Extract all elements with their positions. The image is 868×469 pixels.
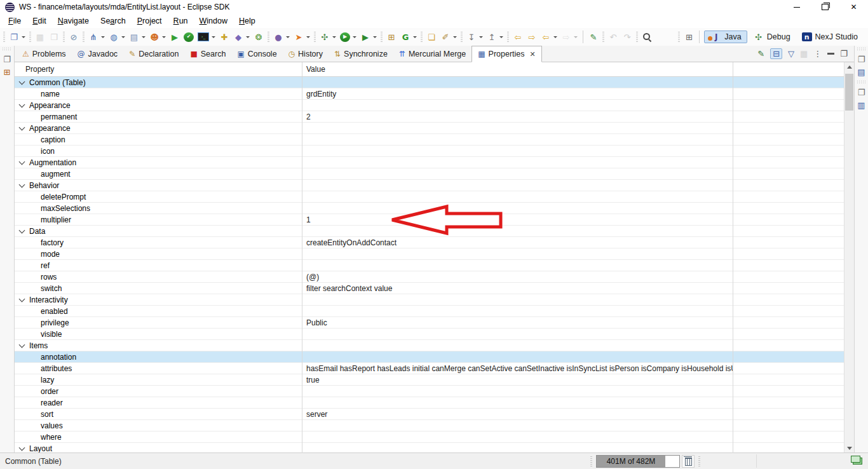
open-perspective-button[interactable]: ⊞ [682,29,696,44]
value-cell[interactable] [302,443,733,453]
property-row[interactable]: mode [15,248,844,260]
menu-window[interactable]: Window [194,15,233,27]
database-tools-button[interactable]: ▤ [127,29,147,44]
next-annotation-button[interactable]: ↧ [465,29,485,44]
search-button[interactable] [640,29,654,44]
pin-needle-button[interactable]: ⊘ [67,29,81,44]
menu-navigate[interactable]: Navigate [52,15,95,27]
value-cell[interactable] [302,123,733,133]
tab-properties[interactable]: ▦Properties✕ [471,46,542,62]
profiler-button[interactable]: ➤ [292,29,312,44]
pin-view-button[interactable]: ✎ [757,50,764,58]
category-row[interactable]: Behavior [15,180,844,191]
property-row[interactable]: sortserver [15,409,844,420]
tab-console[interactable]: ▣Console [231,46,282,62]
property-row[interactable]: permanent2 [15,111,844,123]
dropdown-arrow-icon[interactable] [22,36,25,38]
value-cell[interactable] [302,134,733,145]
dropdown-arrow-icon[interactable] [212,36,215,38]
modeler-button[interactable]: ◆ [231,29,252,44]
last-edit-back-button[interactable]: ⇦ [511,29,525,44]
value-cell[interactable]: filter searchContext value [302,283,733,294]
undo-button[interactable]: ↶ [606,29,620,44]
grip-handle[interactable] [857,81,866,84]
start-server-button[interactable]: ▶ [168,29,182,44]
stacked-windows-icon[interactable] [853,458,862,465]
garbage-collect-button[interactable] [682,455,695,468]
menu-run[interactable]: Run [168,15,194,27]
value-cell[interactable] [302,191,733,202]
forward-history-button[interactable]: ⇨ [559,29,580,44]
value-cell[interactable]: grdEntity [302,88,733,99]
property-row[interactable]: icon [15,146,844,157]
chevron-down-icon[interactable] [19,124,25,130]
view-menu-button[interactable]: ⋮ [813,50,822,58]
new-java-project-button[interactable]: ⊞ [384,29,398,44]
grip-handle[interactable] [698,456,700,466]
tab-mercurial-merge[interactable]: ⇈Mercurial Merge [393,46,471,62]
debug-button[interactable]: ✣ [318,29,338,44]
run-wand-button[interactable]: ✐ [438,29,459,44]
value-cell[interactable] [302,157,733,168]
property-row[interactable]: where [15,432,844,443]
value-cell[interactable]: server [302,409,733,419]
chevron-down-icon[interactable] [19,341,25,348]
dropdown-arrow-icon[interactable] [353,36,356,38]
properties-view-button[interactable]: ▥ [857,101,865,109]
property-row[interactable]: values [15,420,844,432]
value-cell[interactable]: true [302,374,733,385]
value-cell[interactable]: hasEmail hasReport hasLeads initial canM… [302,363,733,374]
tab-history[interactable]: ◷History [283,46,329,62]
menu-file[interactable]: File [3,15,27,27]
category-row[interactable]: Augmentation [15,157,844,168]
menu-search[interactable]: Search [95,15,132,27]
column-divider[interactable] [302,62,302,453]
restore-view-button[interactable]: ❐ [858,88,865,97]
back-history-button[interactable]: ⇦ [539,29,559,44]
tree-mode-button[interactable]: ⊟ [770,48,782,59]
dropdown-arrow-icon[interactable] [246,36,250,38]
dropdown-arrow-icon[interactable] [479,36,483,38]
property-row[interactable]: switchfilter searchContext value [15,283,844,294]
menu-project[interactable]: Project [132,15,168,27]
property-row[interactable]: deletePrompt [15,191,844,203]
value-cell[interactable] [302,351,733,362]
value-cell[interactable] [302,294,733,305]
value-cell[interactable] [302,420,733,431]
open-artifact-button[interactable]: ❏ [424,29,438,44]
value-cell[interactable] [302,100,733,111]
scrollbar-thumb[interactable] [845,74,853,111]
chevron-down-icon[interactable] [19,296,25,302]
property-row[interactable]: reader [15,397,844,409]
filter-button[interactable]: ▽ [788,50,794,58]
model-library-button[interactable]: ⋔ [86,29,107,44]
value-cell[interactable] [302,260,733,271]
menu-help[interactable]: Help [233,15,261,27]
value-cell[interactable] [302,329,733,339]
scroll-down-button[interactable] [844,444,854,453]
save-all-button[interactable]: ❒ [47,29,61,44]
dropdown-arrow-icon[interactable] [373,36,377,38]
vertical-scrollbar[interactable] [844,62,854,453]
dropdown-arrow-icon[interactable] [553,36,557,38]
dropdown-arrow-icon[interactable] [332,36,336,38]
property-row[interactable]: caption [15,134,844,146]
category-row[interactable]: Interactivity [15,294,844,306]
mda-model-view-button[interactable]: ⊞ [4,68,11,76]
tab-javadoc[interactable]: @Javadoc [72,46,124,62]
chevron-down-icon[interactable] [19,101,25,107]
property-row[interactable]: rows(@) [15,271,844,283]
tab-problems[interactable]: ⚠Problems [17,46,72,62]
outline-view-button[interactable]: ▤ [857,68,865,76]
perspective-debug[interactable]: ✣Debug [749,31,796,43]
redo-button[interactable]: ↷ [620,29,634,44]
property-row[interactable]: ref [15,260,844,271]
grip-handle[interactable] [590,456,592,466]
tab-close-icon[interactable]: ✕ [530,50,536,58]
value-cell[interactable]: 1 [302,214,733,225]
tab-search[interactable]: ■Search [184,46,231,62]
dropdown-arrow-icon[interactable] [499,36,503,38]
open-console-button[interactable]: ›_ [196,29,217,44]
dropdown-arrow-icon[interactable] [121,36,125,38]
purple-run-button[interactable]: ● [271,29,292,44]
